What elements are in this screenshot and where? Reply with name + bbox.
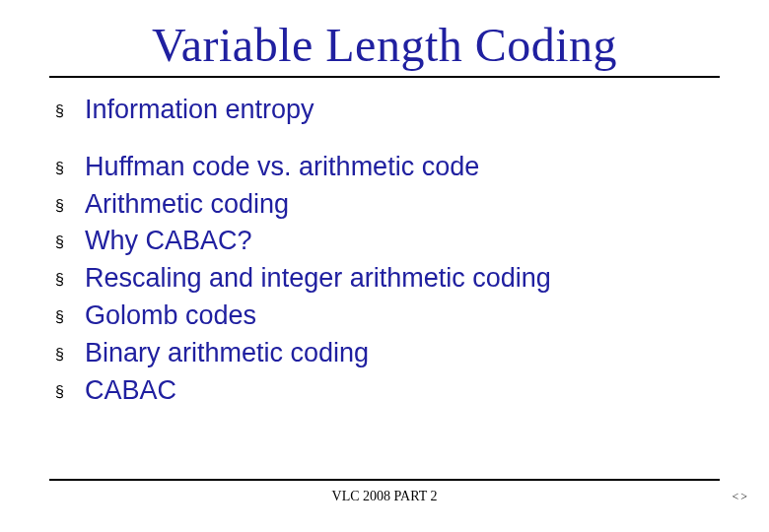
slide-title: Variable Length Coding: [49, 18, 720, 72]
bullet-text: Huffman code vs. arithmetic code: [85, 149, 479, 186]
bullet-item: § CABAC: [55, 372, 720, 410]
nav-arrows-icon[interactable]: <>: [732, 490, 749, 504]
title-underline: [49, 76, 720, 78]
bullet-item: § Huffman code vs. arithmetic code: [55, 149, 720, 186]
bullet-icon: §: [55, 269, 85, 291]
bullet-icon: §: [55, 195, 85, 217]
bullet-group: § Huffman code vs. arithmetic code § Ari…: [55, 149, 720, 410]
bullet-group: § Information entropy: [55, 92, 720, 129]
bullet-text: Golomb codes: [85, 298, 256, 335]
bullet-item: § Arithmetic coding: [55, 186, 720, 224]
slide: Variable Length Coding § Information ent…: [0, 0, 769, 532]
bullet-item: § Information entropy: [55, 92, 720, 129]
bullet-text: Binary arithmetic coding: [85, 335, 369, 372]
bullet-item: § Rescaling and integer arithmetic codin…: [55, 260, 720, 298]
bullet-icon: §: [55, 100, 85, 122]
slide-content: § Information entropy § Huffman code vs.…: [49, 92, 720, 409]
bullet-item: § Binary arithmetic coding: [55, 335, 720, 372]
bullet-text: Why CABAC?: [85, 223, 252, 260]
bullet-icon: §: [55, 306, 85, 328]
bullet-text: CABAC: [85, 372, 176, 410]
footer-text: VLC 2008 PART 2: [0, 489, 769, 504]
bullet-text: Information entropy: [85, 92, 315, 129]
bullet-text: Arithmetic coding: [85, 186, 289, 224]
bullet-icon: §: [55, 344, 85, 366]
bullet-icon: §: [55, 158, 85, 179]
bullet-icon: §: [55, 232, 85, 253]
bullet-item: § Golomb codes: [55, 298, 720, 335]
bullet-icon: §: [55, 381, 85, 403]
footer-rule: [49, 479, 720, 481]
bullet-item: § Why CABAC?: [55, 223, 720, 260]
bullet-text: Rescaling and integer arithmetic coding: [85, 260, 551, 298]
